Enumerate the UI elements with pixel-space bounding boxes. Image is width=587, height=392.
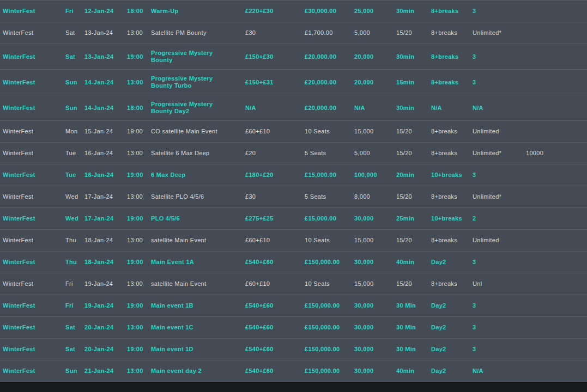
table-row[interactable]: WinterFest Sat 13-Jan-24 13:00 Satellite… xyxy=(0,22,587,44)
cell-event-series: WinterFest xyxy=(3,367,65,375)
cell-starting-stack: 8,000 xyxy=(354,193,396,200)
table-row[interactable]: WinterFest Fri 19-Jan-24 19:00 Main even… xyxy=(0,295,587,317)
cell-starting-stack: 20,000 xyxy=(354,53,396,60)
cell-start-time: 13:00 xyxy=(127,280,151,287)
table-row[interactable]: WinterFest Tue 16-Jan-24 19:00 6 Max Dee… xyxy=(0,164,587,186)
cell-buyin: £220+£30 xyxy=(245,8,305,15)
cell-date: 19-Jan-24 xyxy=(84,302,127,309)
table-row[interactable]: WinterFest Sat 20-Jan-24 13:00 Main even… xyxy=(0,317,587,339)
cell-starting-stack: 30,000 xyxy=(354,367,396,375)
cell-breaks: Day2 xyxy=(431,367,473,375)
cell-breaks: N/A xyxy=(431,105,473,112)
table-row[interactable]: WinterFest Tue 16-Jan-24 13:00 Satellite… xyxy=(0,143,587,164)
cell-date: 17-Jan-24 xyxy=(84,215,127,222)
cell-buyin: £30 xyxy=(245,193,305,200)
cell-level-length: 15/20 xyxy=(396,29,431,36)
cell-weekday: Tue xyxy=(65,171,84,179)
cell-event-series: WinterFest xyxy=(3,105,65,112)
cell-date: 16-Jan-24 xyxy=(84,150,127,157)
cell-level-length: 30min xyxy=(396,8,431,15)
cell-date: 18-Jan-24 xyxy=(84,237,127,244)
cell-buyin: £540+£60 xyxy=(245,324,305,331)
cell-starting-stack: 30,000 xyxy=(354,215,396,222)
cell-tournament-name: Progressive Mystery Bounty Turbo xyxy=(151,75,245,89)
cell-tournament-name: Main Event 1A xyxy=(151,259,245,266)
cell-breaks: 8+breaks xyxy=(431,29,473,36)
cell-start-time: 13:00 xyxy=(127,367,151,375)
cell-breaks: 8+breaks xyxy=(431,237,473,244)
table-row[interactable]: WinterFest Thu 18-Jan-24 19:00 Main Even… xyxy=(0,252,587,273)
cell-guarantee: £20,000.00 xyxy=(305,53,354,60)
cell-breaks: 8+breaks xyxy=(431,79,473,86)
cell-event-series: WinterFest xyxy=(3,215,65,222)
cell-breaks: 8+breaks xyxy=(431,280,473,287)
table-row[interactable]: WinterFest Fri 19-Jan-24 13:00 satellite… xyxy=(0,273,587,295)
cell-reentries: 3 xyxy=(473,346,526,353)
cell-starting-stack: 30,000 xyxy=(354,302,396,309)
cell-reentries: Unlimited* xyxy=(473,193,526,200)
table-row[interactable]: WinterFest Fri 12-Jan-24 18:00 Warm-Up £… xyxy=(0,1,587,22)
cell-event-series: WinterFest xyxy=(3,324,65,331)
table-row[interactable]: WinterFest Sun 14-Jan-24 18:00 Progressi… xyxy=(0,95,587,121)
cell-weekday: Tue xyxy=(65,150,84,157)
table-row[interactable]: WinterFest Wed 17-Jan-24 19:00 PLO 4/5/6… xyxy=(0,208,587,230)
cell-tournament-name: 6 Max Deep xyxy=(151,171,245,179)
cell-start-time: 18:00 xyxy=(127,8,151,15)
cell-tournament-name: CO satellite Main Event xyxy=(151,128,245,135)
table-row[interactable]: WinterFest Sat 20-Jan-24 19:00 Main even… xyxy=(0,339,587,360)
cell-breaks: Day2 xyxy=(431,302,473,309)
cell-event-series: WinterFest xyxy=(3,171,65,179)
cell-guarantee: 10 Seats xyxy=(305,280,354,287)
cell-breaks: 10+breaks xyxy=(431,171,473,179)
cell-guarantee: £30,000.00 xyxy=(305,8,354,15)
cell-date: 14-Jan-24 xyxy=(84,105,127,112)
cell-guarantee: 5 Seats xyxy=(305,193,354,200)
cell-breaks: 10+breaks xyxy=(431,215,473,222)
cell-start-time: 13:00 xyxy=(127,324,151,331)
cell-level-length: 30 Min xyxy=(396,324,431,331)
cell-tournament-name: Warm-Up xyxy=(151,8,245,15)
cell-weekday: Sat xyxy=(65,29,84,36)
cell-guarantee: £150,000.00 xyxy=(305,346,354,353)
cell-date: 16-Jan-24 xyxy=(84,171,127,179)
cell-event-series: WinterFest xyxy=(3,193,65,200)
cell-late-reg: 10000 xyxy=(526,150,584,157)
cell-buyin: £540+£60 xyxy=(245,346,305,353)
cell-level-length: 15min xyxy=(396,79,431,86)
cell-weekday: Sun xyxy=(65,79,84,86)
cell-event-series: WinterFest xyxy=(3,150,65,157)
cell-start-time: 13:00 xyxy=(127,79,151,86)
cell-reentries: 3 xyxy=(473,171,526,179)
table-row[interactable]: WinterFest Wed 17-Jan-24 13:00 Satellite… xyxy=(0,186,587,208)
table-row[interactable]: WinterFest Sun 14-Jan-24 13:00 Progressi… xyxy=(0,70,587,95)
cell-date: 20-Jan-24 xyxy=(84,324,127,331)
cell-tournament-name: Satellite PM Bounty xyxy=(151,29,245,36)
cell-starting-stack: 5,000 xyxy=(354,150,396,157)
cell-breaks: 8+breaks xyxy=(431,128,473,135)
cell-tournament-name: satellite Main Event xyxy=(151,237,245,244)
cell-starting-stack: 15,000 xyxy=(354,237,396,244)
cell-starting-stack: N/A xyxy=(354,105,396,112)
cell-weekday: Thu xyxy=(65,259,84,266)
cell-level-length: 15/20 xyxy=(396,237,431,244)
cell-level-length: 30 Min xyxy=(396,302,431,309)
cell-start-time: 19:00 xyxy=(127,128,151,135)
cell-event-series: WinterFest xyxy=(3,346,65,353)
cell-buyin: £540+£60 xyxy=(245,302,305,309)
cell-reentries: 3 xyxy=(473,79,526,86)
cell-starting-stack: 30,000 xyxy=(354,324,396,331)
cell-date: 17-Jan-24 xyxy=(84,193,127,200)
cell-level-length: 40min xyxy=(396,367,431,375)
cell-event-series: WinterFest xyxy=(3,53,65,60)
cell-level-length: 20min xyxy=(396,171,431,179)
cell-start-time: 13:00 xyxy=(127,29,151,36)
cell-level-length: 30 Min xyxy=(396,346,431,353)
table-row[interactable]: WinterFest Sat 13-Jan-24 19:00 Progressi… xyxy=(0,44,587,70)
cell-level-length: 15/20 xyxy=(396,280,431,287)
table-row[interactable]: WinterFest Thu 18-Jan-24 13:00 satellite… xyxy=(0,230,587,252)
cell-buyin: £540+£60 xyxy=(245,367,305,375)
table-row[interactable]: WinterFest Mon 15-Jan-24 19:00 CO satell… xyxy=(0,121,587,143)
cell-guarantee: £1,700.00 xyxy=(305,29,354,36)
table-row[interactable]: WinterFest Sun 21-Jan-24 13:00 Main even… xyxy=(0,360,587,382)
cell-level-length: 15/20 xyxy=(396,150,431,157)
